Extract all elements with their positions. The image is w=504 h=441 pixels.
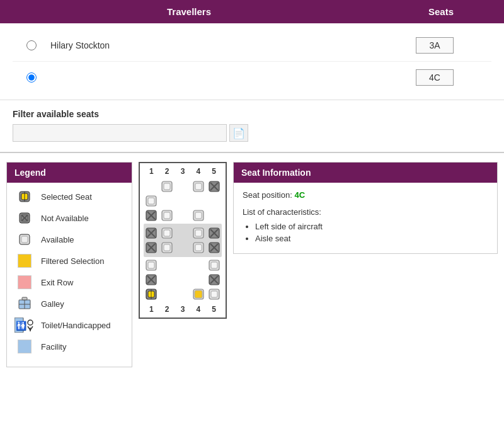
aisle-cell — [176, 288, 189, 301]
legend-label-available: Available — [41, 235, 74, 244]
aisle-cell — [176, 227, 189, 239]
seat-cell — [161, 195, 173, 207]
bottom-panels: Legend Selected Seat — [0, 153, 504, 376]
traveller-radio-2[interactable] — [26, 72, 37, 83]
svg-rect-12 — [22, 297, 27, 300]
legend-header: Legend — [7, 163, 132, 183]
seat-cell[interactable] — [161, 180, 173, 193]
seat-cell[interactable] — [208, 241, 220, 254]
seatinfo-panel: Seat Information Seat position: 4C List … — [233, 162, 498, 254]
seatmap-bottom-numbers: 1 2 3 4 5 — [141, 304, 224, 315]
seat-cell[interactable] — [145, 227, 158, 239]
seat-cell[interactable] — [208, 180, 220, 193]
facility-square — [18, 340, 32, 353]
aisle-cell — [176, 209, 189, 222]
seat-cell[interactable] — [208, 259, 220, 272]
legend-item-toilet: 🚻 Toilet/Handicapped — [14, 318, 124, 333]
seat-cell[interactable] — [208, 273, 220, 286]
seatmap-row-2 — [144, 195, 222, 207]
filter-input[interactable] — [13, 124, 227, 142]
seat-cell[interactable] — [192, 227, 205, 239]
seat-cell-filtered[interactable] — [192, 288, 205, 301]
legend-icon-galley — [14, 296, 35, 311]
aisle-cell — [176, 241, 189, 254]
legend-label-galley: Galley — [41, 299, 64, 309]
seat-cell[interactable] — [192, 241, 205, 254]
svg-rect-69 — [211, 291, 217, 297]
seatmap-row-7 — [144, 273, 222, 286]
seatmap-row-8 — [144, 288, 222, 301]
legend-icon-available — [14, 232, 35, 247]
seat-cell — [161, 259, 173, 272]
seatinfo-body: Seat position: 4C List of characteristic… — [234, 183, 497, 253]
seat-position-value: 4C — [294, 190, 305, 200]
travellers-column-header: Travellers — [0, 6, 378, 17]
seat-cell[interactable] — [145, 209, 158, 222]
seat-cell[interactable] — [208, 288, 220, 301]
seatmap-wing-row-1 — [144, 227, 222, 239]
seat-cell — [192, 259, 205, 272]
seat-cell[interactable] — [145, 273, 158, 286]
seat-badge-1: 3A — [378, 37, 491, 54]
seat-cell[interactable] — [161, 227, 173, 239]
seatmap-row-3 — [144, 209, 222, 222]
seat-cell[interactable] — [161, 209, 173, 222]
svg-rect-47 — [164, 244, 170, 251]
svg-rect-20 — [195, 183, 202, 190]
svg-rect-18 — [164, 183, 170, 190]
legend-label-selected: Selected Seat — [41, 192, 92, 202]
characteristic-item-0: Left side of aircraft — [255, 222, 488, 231]
exit-row-square — [18, 275, 32, 289]
seat-cell — [208, 209, 220, 222]
legend-item-available: Available — [14, 232, 124, 247]
filter-icon-button[interactable]: 📄 — [229, 124, 248, 142]
legend-body: Selected Seat Not Available — [7, 183, 132, 367]
seat-cell — [161, 273, 173, 286]
seat-badge-2: 4C — [378, 69, 491, 86]
seat-code-2: 4C — [416, 69, 454, 86]
seat-cell[interactable] — [192, 180, 205, 193]
legend-label-facility: Facility — [41, 342, 66, 352]
traveller-radio-1[interactable] — [26, 40, 37, 50]
svg-rect-8 — [21, 236, 28, 243]
svg-rect-37 — [164, 230, 170, 236]
seat-cell[interactable] — [161, 241, 173, 254]
seat-cell[interactable] — [145, 241, 158, 254]
legend-panel: Legend Selected Seat — [6, 162, 132, 367]
legend-icon-exit-row — [14, 275, 35, 290]
seat-cell — [208, 195, 220, 207]
seatinfo-header: Seat Information — [234, 163, 497, 183]
seatmap-row-1 — [144, 180, 222, 193]
seat-cell — [192, 273, 205, 286]
aisle-cell — [176, 259, 189, 272]
seats-column-header: Seats — [378, 6, 504, 17]
header-bar: Travellers Seats — [0, 0, 504, 23]
seatmap-top-numbers: 1 2 3 4 5 — [141, 166, 224, 177]
svg-rect-32 — [195, 212, 202, 219]
legend-item-selected: Selected Seat — [14, 189, 124, 204]
seat-cell[interactable] — [145, 180, 158, 193]
legend-icon-selected — [14, 189, 35, 204]
filter-icon: 📄 — [232, 127, 245, 139]
radio-col-2[interactable] — [13, 72, 50, 83]
radio-col-1[interactable] — [13, 40, 50, 50]
seat-position-label: Seat position: — [243, 190, 292, 200]
traveller-row: Hilary Stockton 3A — [13, 30, 491, 62]
svg-rect-30 — [164, 212, 170, 219]
seat-cell[interactable] — [145, 259, 158, 272]
svg-rect-39 — [195, 230, 202, 236]
seat-cell[interactable] — [192, 209, 205, 222]
seat-cell-selected[interactable] — [145, 288, 158, 301]
legend-item-filtered: Filtered Selection — [14, 253, 124, 268]
aisle-cell — [176, 273, 189, 286]
seat-cell — [192, 195, 205, 207]
svg-rect-67 — [195, 290, 202, 298]
seat-cell[interactable] — [145, 195, 158, 207]
seat-cell — [161, 288, 173, 301]
legend-label-exit-row: Exit Row — [41, 278, 73, 287]
svg-point-15 — [28, 320, 33, 325]
seat-cell[interactable] — [208, 227, 220, 239]
filter-input-row: 📄 — [13, 124, 491, 142]
legend-item-not-available: Not Available — [14, 210, 124, 226]
characteristics-list: Left side of aircraft Aisle seat — [255, 222, 488, 243]
